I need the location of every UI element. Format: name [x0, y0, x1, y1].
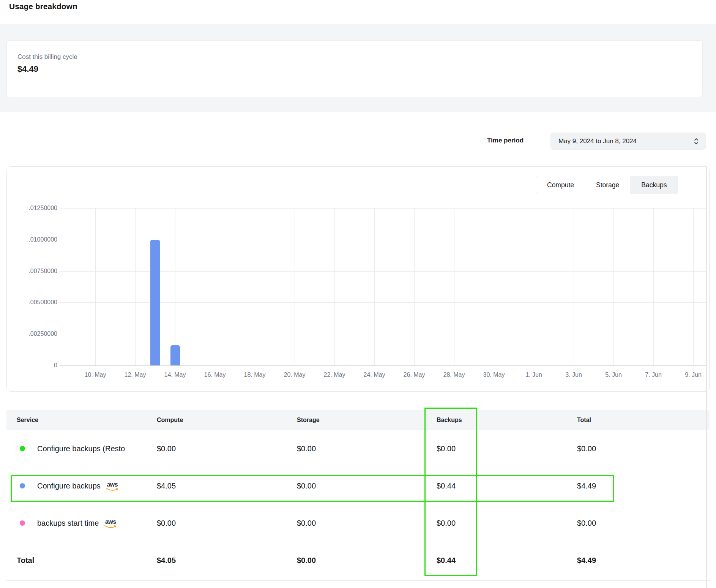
cell-backups: $0.00: [437, 444, 456, 453]
table-total-row: Total$4.05$0.00$0.44$4.49: [6, 542, 710, 579]
cell-total: $0.00: [577, 444, 596, 453]
x-axis-tick-label: 12. May: [112, 371, 158, 378]
scrollbar[interactable]: [706, 166, 707, 588]
y-axis-tick-label: .00500000: [4, 299, 57, 306]
y-axis-tick-label: 0: [4, 362, 57, 369]
cell-compute: $4.05: [157, 482, 176, 490]
cell-total: $4.49: [577, 482, 596, 490]
time-period-select[interactable]: May 9, 2024 to Jun 8, 2024: [550, 133, 706, 150]
bar-13-May: [150, 240, 160, 365]
x-gridline: [454, 208, 454, 365]
x-gridline: [653, 208, 654, 365]
y-gridline: [60, 365, 707, 366]
aws-icon: aws: [104, 519, 117, 529]
x-axis-tick-label: 20. May: [272, 371, 317, 378]
time-period-value: May 9, 2024 to Jun 8, 2024: [558, 138, 694, 145]
tab-compute[interactable]: Compute: [536, 176, 585, 194]
x-axis-tick-label: 7. Jun: [631, 371, 676, 378]
cell-storage: $0.00: [297, 519, 316, 528]
series-color-dot: [20, 520, 25, 526]
x-gridline: [574, 208, 574, 365]
cell-storage: $0.00: [297, 444, 316, 453]
x-axis-tick-label: 1. Jun: [511, 371, 557, 378]
column-header-backups: Backups: [437, 417, 462, 424]
cost-card-amount: $4.49: [17, 64, 38, 74]
x-axis-tick-label: 16. May: [192, 371, 238, 378]
x-gridline: [613, 208, 614, 365]
y-axis-tick-label: .01250000: [4, 205, 57, 212]
x-gridline: [534, 208, 534, 365]
x-axis-tick-label: 22. May: [312, 371, 357, 378]
column-header-total: Total: [577, 417, 591, 424]
x-gridline: [255, 208, 255, 365]
total-cell-backups: $0.44: [437, 556, 456, 565]
column-header-compute: Compute: [157, 417, 183, 424]
x-gridline: [215, 208, 215, 365]
page-title: Usage breakdown: [9, 2, 77, 11]
series-color-dot: [20, 483, 25, 488]
series-color-dot: [20, 446, 25, 451]
tab-backups[interactable]: Backups: [630, 176, 678, 194]
y-gridline: [60, 208, 707, 209]
cell-compute: $0.00: [157, 444, 176, 453]
cell-backups: $0.44: [437, 482, 456, 490]
billing-summary-band: Cost this billing cycle $4.49: [0, 24, 716, 112]
x-axis-tick-label: 14. May: [152, 371, 198, 378]
x-gridline: [95, 208, 96, 365]
cell-compute: $0.00: [157, 519, 176, 528]
bar-14-May: [170, 345, 180, 365]
aws-icon: aws: [106, 482, 119, 492]
x-axis-tick-label: 5. Jun: [591, 371, 636, 378]
x-axis-tick-label: 24. May: [352, 371, 397, 378]
usage-chart-card: ComputeStorageBackups 0.00250000.0050000…: [6, 166, 710, 392]
x-gridline: [175, 208, 175, 365]
x-axis-tick-label: 9. Jun: [670, 371, 716, 378]
service-cell: backups start timeaws: [37, 504, 117, 542]
time-period-label: Time period: [487, 137, 524, 144]
y-axis-tick-label: .01000000: [4, 236, 57, 243]
x-gridline: [295, 208, 295, 365]
cost-card-label: Cost this billing cycle: [17, 53, 77, 61]
service-name: Configure backups: [37, 482, 101, 490]
chevron-up-down-icon: [694, 137, 699, 145]
x-axis-tick-label: 26. May: [391, 371, 437, 378]
service-name: Configure backups (Resto: [37, 444, 125, 453]
y-axis-tick-label: .00750000: [4, 268, 57, 275]
x-gridline: [334, 208, 335, 365]
total-row-label: Total: [17, 556, 34, 565]
x-axis-tick-label: 28. May: [431, 371, 477, 378]
x-gridline: [693, 208, 694, 365]
tab-storage[interactable]: Storage: [585, 176, 630, 194]
chart-metric-tabs: ComputeStorageBackups: [536, 176, 678, 194]
total-cell-total: $4.49: [577, 556, 596, 565]
column-header-storage: Storage: [297, 417, 320, 424]
total-cell-compute: $4.05: [157, 556, 176, 565]
y-axis-tick-label: .00250000: [4, 330, 57, 337]
x-axis-tick-label: 3. Jun: [551, 371, 596, 378]
x-gridline: [414, 208, 415, 365]
service-cell: Configure backupsaws: [37, 467, 119, 504]
service-name: backups start time: [37, 519, 99, 528]
table-bottom-border: [6, 580, 710, 581]
x-axis-tick-label: 18. May: [232, 371, 278, 378]
total-cell-storage: $0.00: [297, 556, 316, 565]
service-cell: Configure backups (Resto: [37, 430, 125, 467]
x-axis-tick-label: 30. May: [471, 371, 517, 378]
x-axis-tick-label: 10. May: [73, 371, 118, 378]
column-header-service: Service: [17, 417, 38, 424]
bar-chart-plot: 0.00250000.00500000.00750000.01000000.01…: [65, 208, 707, 365]
x-gridline: [374, 208, 375, 365]
cell-backups: $0.00: [437, 519, 456, 528]
cost-card: Cost this billing cycle $4.49: [6, 40, 703, 97]
table-row: Configure backups (Resto$0.00$0.00$0.00$…: [6, 430, 710, 467]
x-gridline: [494, 208, 494, 365]
usage-table-header: ServiceComputeStorageBackupsTotal: [6, 410, 710, 430]
table-row: Configure backupsaws$4.05$0.00$0.44$4.49: [6, 467, 710, 504]
x-gridline: [135, 208, 136, 365]
cell-storage: $0.00: [297, 482, 316, 490]
table-row: backups start timeaws$0.00$0.00$0.00$0.0…: [6, 504, 710, 542]
cell-total: $0.00: [577, 519, 596, 528]
